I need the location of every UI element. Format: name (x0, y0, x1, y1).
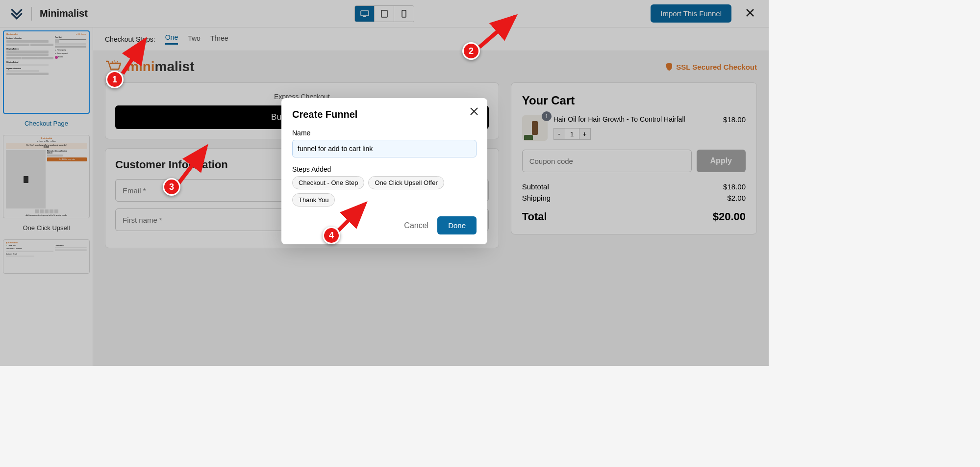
steps-added-label: Steps Added (292, 165, 477, 173)
modal-close-icon[interactable] (470, 107, 478, 118)
annotation-1: 1 (106, 71, 124, 88)
steps-chips: Checkout - One Step One Click Upsell Off… (292, 176, 477, 207)
create-funnel-modal: Create Funnel Name Steps Added Checkout … (281, 98, 487, 244)
name-label: Name (292, 129, 477, 137)
modal-backdrop: Create Funnel Name Steps Added Checkout … (0, 0, 769, 366)
arrow-1 (118, 34, 162, 80)
chip-upsell: One Click Upsell Offer (368, 176, 444, 189)
modal-title: Create Funnel (292, 109, 477, 120)
arrow-2 (476, 12, 525, 53)
annotation-3: 3 (163, 178, 180, 196)
cancel-button[interactable]: Cancel (404, 221, 428, 230)
funnel-name-input[interactable] (292, 140, 477, 157)
chip-checkout: Checkout - One Step (292, 176, 364, 189)
annotation-4: 4 (323, 227, 340, 244)
done-button[interactable]: Done (437, 216, 477, 234)
arrow-3 (176, 142, 215, 188)
annotation-2: 2 (462, 42, 480, 60)
arrow-4 (335, 200, 375, 236)
chip-thankyou: Thank You (292, 193, 335, 207)
